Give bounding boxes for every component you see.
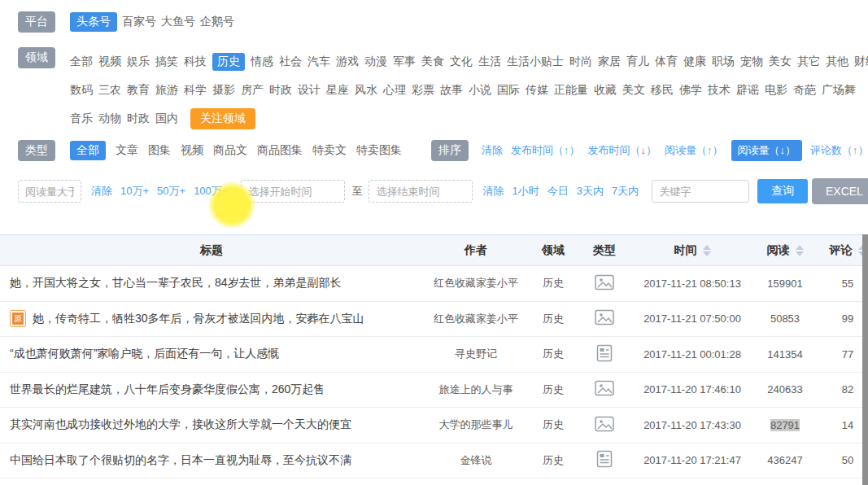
platform-option[interactable]: 大鱼号 (161, 15, 195, 29)
type-option[interactable]: 视频 (181, 143, 203, 158)
domain-option[interactable]: 动物 (98, 111, 121, 126)
domain-option[interactable]: 娱乐 (127, 55, 150, 69)
type-option[interactable]: 特卖图集 (356, 143, 402, 158)
domain-option[interactable]: 时政 (127, 111, 150, 126)
domain-option[interactable]: 三农 (98, 83, 121, 98)
domain-option[interactable]: 育儿 (626, 55, 649, 69)
article-title[interactable]: 其实河南也成功接收过外地的大学，接收这所大学就一个天大的便宜 (10, 417, 351, 432)
filter-link[interactable]: 清除 (91, 184, 112, 199)
domain-option[interactable]: 时尚 (569, 55, 592, 69)
domain-option[interactable]: 星座 (326, 83, 349, 98)
platform-option[interactable]: 企鹅号 (200, 15, 234, 29)
column-header-reads[interactable]: 阅读 (753, 235, 817, 265)
article-title[interactable]: “成也萧何败萧何”家喻户晓，后面还有一句，让人感慨 (10, 347, 279, 361)
domain-option[interactable]: 佛学 (679, 83, 702, 98)
cell-title[interactable]: 她，开国大将之女，甘心当一辈子农民，84岁去世，弟弟是副部长 (0, 276, 423, 291)
domain-option[interactable]: 美食 (421, 55, 444, 69)
domain-option[interactable]: 国内 (155, 111, 178, 126)
domain-option[interactable]: 小说 (469, 83, 491, 98)
domain-option[interactable]: 风水 (355, 83, 377, 98)
domain-option[interactable]: 心理 (383, 83, 406, 98)
filter-link[interactable]: 100万+ (194, 184, 228, 199)
filter-link[interactable]: 10万+ (120, 184, 149, 199)
type-option[interactable]: 文章 (116, 143, 138, 158)
domain-option[interactable]: 数码 (70, 83, 93, 98)
domain-option[interactable]: 广场舞 (822, 83, 856, 98)
domain-option[interactable]: 音乐 (70, 111, 93, 126)
domain-option[interactable]: 设计 (298, 83, 321, 98)
domain-option[interactable]: 电影 (765, 83, 787, 98)
filter-link[interactable]: 1小时 (512, 184, 539, 199)
query-button[interactable]: 查询 (757, 179, 808, 203)
article-title[interactable]: 她，开国大将之女，甘心当一辈子农民，84岁去世，弟弟是副部长 (10, 276, 342, 291)
column-header-comments[interactable]: 评论 (817, 235, 868, 265)
domain-option[interactable]: 军事 (393, 55, 416, 69)
domain-option[interactable]: 收藏 (594, 83, 617, 98)
domain-option[interactable]: 科学 (184, 83, 207, 98)
cell-title[interactable]: 世界最长的烂尾建筑，八十年后变身豪华度假公寓，260万起售 (0, 382, 423, 397)
table-row[interactable]: 她，开国大将之女，甘心当一辈子农民，84岁去世，弟弟是副部长红色收藏家姜小平历史… (0, 266, 868, 302)
domain-option[interactable]: 健康 (683, 55, 706, 69)
domain-option[interactable]: 旅游 (155, 83, 178, 98)
domain-option[interactable]: 移民 (651, 83, 674, 98)
sort-option[interactable]: 阅读量（↑） (665, 143, 723, 158)
domain-option[interactable]: 彩票 (412, 83, 434, 98)
table-row[interactable]: 世界最长的烂尾建筑，八十年后变身豪华度假公寓，260万起售旅途上的人与事历史20… (0, 373, 868, 409)
cell-title[interactable]: 中国给日本取了个很贴切的名字，日本一直视为耻辱，至今抗议不满 (0, 453, 423, 468)
end-date-input[interactable] (369, 180, 473, 203)
article-title[interactable]: 中国给日本取了个很贴切的名字，日本一直视为耻辱，至今抗议不满 (10, 453, 351, 468)
domain-option[interactable]: 宠物 (740, 55, 763, 69)
domain-option[interactable]: 搞笑 (155, 55, 178, 69)
excel-export-button[interactable]: EXCEL (812, 178, 868, 204)
type-option[interactable]: 商品文 (213, 143, 247, 158)
sort-option[interactable]: 阅读量（↓） (731, 140, 803, 161)
filter-link[interactable]: 今日 (547, 184, 569, 199)
cell-title[interactable]: 其实河南也成功接收过外地的大学，接收这所大学就一个天大的便宜 (0, 417, 423, 432)
cell-title[interactable]: “成也萧何败萧何”家喻户晓，后面还有一句，让人感慨 (0, 347, 423, 361)
type-option[interactable]: 特卖文 (312, 143, 347, 158)
domain-option[interactable]: 体育 (655, 55, 678, 69)
domain-option[interactable]: 科技 (184, 55, 207, 69)
table-row[interactable]: 原她，传奇特工，牺牲30多年后，骨灰才被送回内地，安葬在八宝山红色收藏家姜小平历… (0, 302, 868, 338)
domain-option[interactable]: 汽车 (308, 55, 330, 69)
type-option[interactable]: 图集 (148, 143, 171, 158)
domain-option[interactable]: 职场 (712, 55, 735, 69)
domain-option[interactable]: 生活小贴士 (507, 55, 564, 69)
reads-threshold-input[interactable] (18, 180, 81, 203)
platform-option[interactable]: 百家号 (122, 15, 156, 29)
platform-option[interactable]: 头条号 (70, 12, 117, 32)
sort-carets-icon[interactable] (796, 245, 804, 256)
article-title[interactable]: 世界最长的烂尾建筑，八十年后变身豪华度假公寓，260万起售 (10, 382, 325, 397)
domain-option[interactable]: 国际 (497, 83, 520, 98)
domain-option[interactable]: 生活 (478, 55, 501, 69)
domain-option[interactable]: 技术 (708, 83, 731, 98)
domain-option[interactable]: 其他 (826, 55, 848, 69)
domain-option[interactable]: 故事 (440, 83, 463, 98)
table-row[interactable]: “成也萧何败萧何”家喻户晓，后面还有一句，让人感慨寻史野记历史2017-11-2… (0, 337, 868, 373)
domain-option[interactable]: 美文 (622, 83, 645, 98)
sort-option[interactable]: 清除 (482, 143, 503, 158)
filter-link[interactable]: 清除 (482, 184, 504, 199)
keyword-input[interactable] (652, 180, 749, 203)
filter-link[interactable]: 7天内 (612, 184, 639, 199)
sort-option[interactable]: 发布时间（↑） (511, 143, 580, 158)
table-row[interactable]: 其实河南也成功接收过外地的大学，接收这所大学就一个天大的便宜大学的那些事儿历史2… (0, 408, 868, 443)
domain-option[interactable]: 传媒 (526, 83, 548, 98)
domain-option[interactable]: 情感 (251, 55, 273, 69)
domain-option[interactable]: 时政 (269, 83, 292, 98)
domain-option[interactable]: 家居 (598, 55, 621, 69)
filter-link[interactable]: 3天内 (577, 184, 604, 199)
domain-option[interactable]: 辟谣 (736, 83, 759, 98)
domain-option[interactable]: 奇葩 (793, 83, 816, 98)
start-date-input[interactable] (241, 180, 345, 203)
filter-link[interactable]: 50万+ (157, 184, 185, 199)
sort-option[interactable]: 评论数（↑） (810, 143, 868, 158)
vertical-scrollbar[interactable] (862, 234, 868, 485)
domain-option[interactable]: 教育 (127, 83, 150, 98)
type-option[interactable]: 商品图集 (257, 143, 303, 158)
domain-option[interactable]: 财经 (854, 55, 868, 69)
domain-option[interactable]: 历史 (212, 53, 245, 71)
article-title[interactable]: 她，传奇特工，牺牲30多年后，骨灰才被送回内地，安葬在八宝山 (33, 312, 364, 326)
sort-option[interactable]: 发布时间（↓） (588, 143, 657, 158)
domain-option[interactable]: 文化 (450, 55, 473, 69)
